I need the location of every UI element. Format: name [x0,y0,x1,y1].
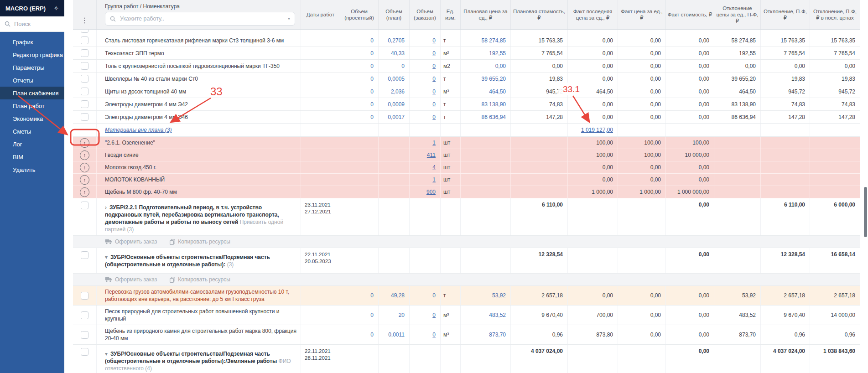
cell-sel [73,60,97,72]
cell-plan [379,248,410,273]
cell-sel [73,286,97,305]
cell-dev [761,149,810,161]
chevron-collapsed-icon[interactable]: › [105,204,107,211]
value-fact_last: 0,00 [603,292,613,299]
ordered-qty-link[interactable]: 0 [432,88,436,95]
value-dev_last: 7 765,54 [834,50,855,57]
cell-plan_price [461,30,511,34]
table-row [73,30,860,34]
row-checkbox[interactable] [81,202,88,209]
sidebar-item-10[interactable]: BIM [0,150,64,163]
pin-icon[interactable]: ✧ [53,5,59,12]
cell-dates [301,98,340,110]
row-checkbox[interactable] [81,113,88,121]
column-header-fact_last: Факт последняя цена за ед., ₽ [568,0,618,29]
sidebar-item-3[interactable]: Параметры [0,61,64,74]
cell-plan_cost: 15 763,35 [511,34,568,47]
sidebar-item-7[interactable]: Экономика [0,112,64,125]
cell-fact_last [568,198,618,235]
upload-arrow-icon[interactable]: ↑ [80,138,89,148]
ordered-qty-link[interactable]: 0 [432,50,436,57]
ordered-qty-link[interactable]: 0 [432,63,436,69]
cell-unit [441,248,461,273]
cell-dev_price: 86 636,94 [714,111,761,123]
value-plan_price: 53,92 [492,292,506,299]
value-plan_cost: 74,83 [549,101,563,108]
ordered-qty-link[interactable]: 0 [432,101,436,108]
cell-dev [761,186,810,198]
order-button[interactable]: Оформить заказ [105,276,157,283]
ordered-qty-link[interactable]: 900 [426,189,436,195]
ordered-qty-link[interactable]: 4 [432,164,436,171]
cell-fact_last: 0,00 [568,161,618,173]
value-dev_last: 14 000,00 [831,312,855,318]
cell-proj [340,345,379,373]
vertical-scrollbar[interactable] [864,187,867,237]
work-search-input[interactable] [119,15,285,22]
value-fact_last: 0,00 [603,114,613,120]
sidebar-item-1[interactable]: График [0,36,64,48]
row-checkbox[interactable] [81,75,88,83]
row-checkbox[interactable] [81,36,88,44]
value-fact_cost: 0,00 [699,50,709,57]
upload-arrow-icon[interactable]: ↑ [80,163,89,172]
chevron-expanded-icon[interactable]: ▾ [105,254,108,261]
cell-dev_price [714,345,761,373]
row-checkbox[interactable] [81,331,88,339]
copy-resources-button[interactable]: Копировать ресурсы [170,238,230,245]
cell-plan [379,149,410,161]
row-checkbox[interactable] [81,292,88,300]
sidebar-item-6[interactable]: План работ [0,99,64,112]
sidebar-item-4[interactable]: Отчеты [0,74,64,87]
ordered-qty-link[interactable]: 0 [432,292,436,299]
sidebar-search[interactable] [0,16,64,32]
out-of-plan-link[interactable]: Материалы вне плана (3) [105,127,172,133]
row-checkbox[interactable] [81,348,88,356]
cell-name: Электроды диаметром 4 мм Э42 [97,98,301,110]
sidebar-item-11[interactable]: Удалить [0,163,64,176]
sidebar-item-2[interactable]: Редактор графика [0,48,64,61]
cell-unit: м³ [441,306,461,325]
work-search-combo[interactable]: ▾ [105,12,295,26]
chevron-down-icon[interactable]: ▾ [288,16,290,22]
cell-dev_price [714,30,761,34]
cell-plan_cost: 12 328,54 [511,248,568,273]
copy-resources-button[interactable]: Копировать ресурсы [170,276,230,283]
chevron-expanded-icon[interactable]: ▾ [105,350,108,357]
fact-last-total-link[interactable]: 1 019 127,00 [581,127,613,133]
cell-plan: 0,0017 [379,111,410,123]
sidebar-item-8[interactable]: Сметы [0,125,64,138]
row-checkbox[interactable] [81,62,88,70]
ordered-qty-link[interactable]: 0 [432,114,436,120]
cell-proj [340,186,379,198]
row-checkbox[interactable] [81,100,88,108]
cell-dev: 2 657,18 [761,286,810,305]
sidebar-item-5[interactable]: План снабжения [0,87,64,99]
ordered-qty-link[interactable]: 0 [432,37,436,44]
cell-plan: 20 [379,306,410,325]
cell-unit [441,198,461,235]
ordered-qty-link[interactable]: 0 [432,332,436,338]
order-button[interactable]: Оформить заказ [105,238,157,245]
ordered-qty-link[interactable]: 0 [432,312,436,318]
sidebar-search-input[interactable] [13,20,57,28]
ordered-qty-link[interactable]: 1 [432,176,436,183]
upload-arrow-icon[interactable]: ↑ [80,175,89,185]
row-checkbox[interactable] [81,49,88,57]
row-menu-icon[interactable]: ⋮ [81,18,88,23]
upload-arrow-icon[interactable]: ↑ [80,150,89,160]
ordered-qty-link[interactable]: 0 [432,76,436,82]
cell-dev: 19,83 [761,73,810,85]
row-checkbox[interactable] [81,251,88,259]
ordered-qty-link[interactable]: 1 [432,140,436,146]
ordered-qty-link[interactable]: 411 [427,152,436,158]
sidebar-item-9[interactable]: Лог [0,138,64,150]
cell-dates: 22.11.202120.05.2023 [301,248,340,273]
cell-dev_last: 14 000,00 [810,306,860,325]
row-checkbox[interactable] [81,30,88,33]
row-checkbox[interactable] [81,311,88,319]
row-checkbox[interactable] [81,88,88,95]
upload-arrow-icon[interactable]: ↑ [80,187,89,197]
order-button-label: Оформить заказ [115,238,157,245]
cell-dates [301,161,340,173]
